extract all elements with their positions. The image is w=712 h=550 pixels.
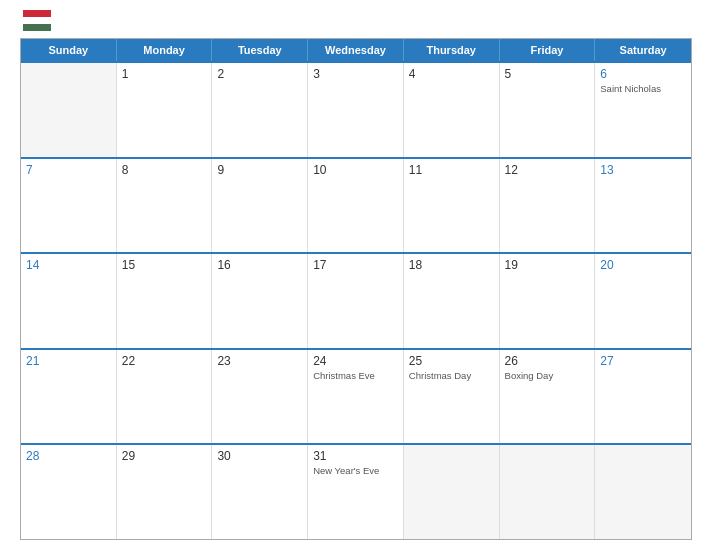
day-cell: 27 (595, 350, 691, 444)
day-event: Christmas Day (409, 370, 494, 382)
day-cell: 12 (500, 159, 596, 253)
day-cell (21, 63, 117, 157)
day-cell (500, 445, 596, 539)
day-cell: 24Christmas Eve (308, 350, 404, 444)
day-cell: 29 (117, 445, 213, 539)
day-cell: 28 (21, 445, 117, 539)
day-cell: 31New Year's Eve (308, 445, 404, 539)
day-cell: 15 (117, 254, 213, 348)
day-cell: 18 (404, 254, 500, 348)
col-header-monday: Monday (117, 39, 213, 61)
calendar-body: 123456Saint Nicholas78910111213141516171… (21, 61, 691, 539)
day-number: 25 (409, 354, 494, 368)
day-number: 24 (313, 354, 398, 368)
day-number: 8 (122, 163, 207, 177)
day-number: 31 (313, 449, 398, 463)
col-header-tuesday: Tuesday (212, 39, 308, 61)
week-row-2: 78910111213 (21, 157, 691, 253)
day-cell: 4 (404, 63, 500, 157)
day-cell: 2 (212, 63, 308, 157)
svg-rect-1 (23, 17, 51, 24)
day-number: 2 (217, 67, 302, 81)
day-number: 12 (505, 163, 590, 177)
logo-flag-icon (23, 10, 51, 32)
day-cell: 1 (117, 63, 213, 157)
logo (20, 10, 51, 32)
day-number: 1 (122, 67, 207, 81)
day-number: 19 (505, 258, 590, 272)
day-cell: 14 (21, 254, 117, 348)
day-number: 5 (505, 67, 590, 81)
day-cell: 5 (500, 63, 596, 157)
day-event: New Year's Eve (313, 465, 398, 477)
header (20, 10, 692, 32)
day-number: 23 (217, 354, 302, 368)
day-cell: 10 (308, 159, 404, 253)
col-header-thursday: Thursday (404, 39, 500, 61)
day-number: 15 (122, 258, 207, 272)
day-number: 11 (409, 163, 494, 177)
day-number: 26 (505, 354, 590, 368)
day-cell: 30 (212, 445, 308, 539)
day-event: Christmas Eve (313, 370, 398, 382)
day-number: 29 (122, 449, 207, 463)
day-cell: 7 (21, 159, 117, 253)
calendar-header-row: SundayMondayTuesdayWednesdayThursdayFrid… (21, 39, 691, 61)
day-event: Boxing Day (505, 370, 590, 382)
day-cell (595, 445, 691, 539)
day-event: Saint Nicholas (600, 83, 686, 95)
day-cell: 16 (212, 254, 308, 348)
day-number: 20 (600, 258, 686, 272)
day-number: 9 (217, 163, 302, 177)
day-number: 6 (600, 67, 686, 81)
week-row-5: 28293031New Year's Eve (21, 443, 691, 539)
day-number: 10 (313, 163, 398, 177)
day-number: 4 (409, 67, 494, 81)
day-number: 3 (313, 67, 398, 81)
day-cell: 13 (595, 159, 691, 253)
svg-rect-0 (23, 10, 51, 17)
day-number: 14 (26, 258, 111, 272)
day-number: 13 (600, 163, 686, 177)
day-number: 21 (26, 354, 111, 368)
day-cell: 26Boxing Day (500, 350, 596, 444)
day-number: 17 (313, 258, 398, 272)
day-cell: 23 (212, 350, 308, 444)
day-cell: 22 (117, 350, 213, 444)
day-cell (404, 445, 500, 539)
calendar-grid: SundayMondayTuesdayWednesdayThursdayFrid… (20, 38, 692, 540)
day-number: 16 (217, 258, 302, 272)
day-number: 30 (217, 449, 302, 463)
day-number: 22 (122, 354, 207, 368)
day-cell: 17 (308, 254, 404, 348)
col-header-wednesday: Wednesday (308, 39, 404, 61)
day-cell: 6Saint Nicholas (595, 63, 691, 157)
day-cell: 11 (404, 159, 500, 253)
day-cell: 3 (308, 63, 404, 157)
col-header-saturday: Saturday (595, 39, 691, 61)
day-number: 27 (600, 354, 686, 368)
col-header-friday: Friday (500, 39, 596, 61)
day-cell: 25Christmas Day (404, 350, 500, 444)
week-row-4: 21222324Christmas Eve25Christmas Day26Bo… (21, 348, 691, 444)
day-cell: 19 (500, 254, 596, 348)
svg-rect-2 (23, 24, 51, 31)
day-number: 18 (409, 258, 494, 272)
week-row-3: 14151617181920 (21, 252, 691, 348)
day-cell: 20 (595, 254, 691, 348)
day-cell: 9 (212, 159, 308, 253)
day-cell: 21 (21, 350, 117, 444)
week-row-1: 123456Saint Nicholas (21, 61, 691, 157)
day-cell: 8 (117, 159, 213, 253)
col-header-sunday: Sunday (21, 39, 117, 61)
calendar-page: SundayMondayTuesdayWednesdayThursdayFrid… (0, 0, 712, 550)
day-number: 7 (26, 163, 111, 177)
day-number: 28 (26, 449, 111, 463)
